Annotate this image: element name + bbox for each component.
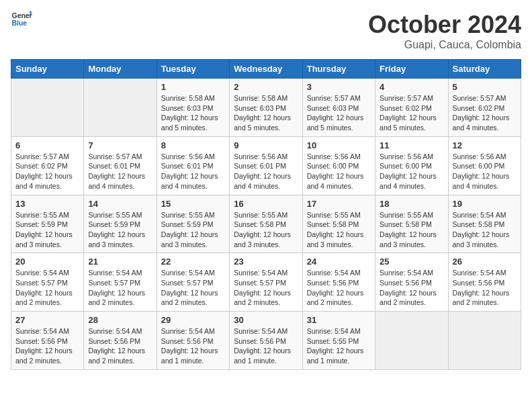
calendar-cell: 13Sunrise: 5:55 AM Sunset: 5:59 PM Dayli… xyxy=(11,195,84,253)
calendar-cell xyxy=(448,312,521,370)
day-info: Sunrise: 5:55 AM Sunset: 5:59 PM Dayligh… xyxy=(161,210,225,250)
day-info: Sunrise: 5:54 AM Sunset: 5:56 PM Dayligh… xyxy=(307,268,371,308)
calendar-cell: 23Sunrise: 5:54 AM Sunset: 5:57 PM Dayli… xyxy=(230,253,302,312)
day-number: 6 xyxy=(15,140,79,150)
day-number: 21 xyxy=(88,257,152,267)
calendar-cell xyxy=(375,312,448,370)
day-number: 2 xyxy=(234,82,298,92)
title-section: October 2024 Guapi, Cauca, Colombia xyxy=(368,11,521,51)
day-header-tuesday: Tuesday xyxy=(157,60,229,79)
logo: General Blue xyxy=(11,11,32,27)
day-number: 24 xyxy=(307,257,371,267)
calendar-cell: 29Sunrise: 5:54 AM Sunset: 5:56 PM Dayli… xyxy=(157,312,229,370)
day-info: Sunrise: 5:54 AM Sunset: 5:56 PM Dayligh… xyxy=(380,268,443,308)
day-number: 28 xyxy=(88,315,152,325)
day-info: Sunrise: 5:55 AM Sunset: 5:58 PM Dayligh… xyxy=(380,210,443,250)
calendar-cell: 26Sunrise: 5:54 AM Sunset: 5:56 PM Dayli… xyxy=(448,253,521,312)
calendar-cell: 17Sunrise: 5:55 AM Sunset: 5:58 PM Dayli… xyxy=(302,195,375,253)
day-number: 1 xyxy=(161,82,225,92)
calendar-cell xyxy=(84,79,157,137)
calendar-cell: 19Sunrise: 5:54 AM Sunset: 5:58 PM Dayli… xyxy=(448,195,521,253)
day-number: 18 xyxy=(380,199,443,209)
calendar-cell: 22Sunrise: 5:54 AM Sunset: 5:57 PM Dayli… xyxy=(157,253,229,312)
week-row-2: 6Sunrise: 5:57 AM Sunset: 6:02 PM Daylig… xyxy=(11,136,521,195)
day-info: Sunrise: 5:57 AM Sunset: 6:01 PM Dayligh… xyxy=(88,152,152,191)
day-header-wednesday: Wednesday xyxy=(230,60,302,79)
day-number: 8 xyxy=(161,140,225,150)
day-header-monday: Monday xyxy=(84,60,157,79)
day-number: 10 xyxy=(307,140,371,150)
day-info: Sunrise: 5:54 AM Sunset: 5:56 PM Dayligh… xyxy=(234,326,298,366)
calendar-cell: 4Sunrise: 5:57 AM Sunset: 6:02 PM Daylig… xyxy=(375,79,448,137)
week-row-4: 20Sunrise: 5:54 AM Sunset: 5:57 PM Dayli… xyxy=(11,253,521,312)
logo-icon: General Blue xyxy=(11,11,32,27)
day-info: Sunrise: 5:56 AM Sunset: 6:01 PM Dayligh… xyxy=(161,152,225,191)
svg-text:General: General xyxy=(12,12,32,19)
day-number: 14 xyxy=(88,199,152,209)
day-info: Sunrise: 5:54 AM Sunset: 5:57 PM Dayligh… xyxy=(234,268,298,308)
day-info: Sunrise: 5:55 AM Sunset: 5:58 PM Dayligh… xyxy=(234,210,298,250)
day-info: Sunrise: 5:58 AM Sunset: 6:03 PM Dayligh… xyxy=(234,93,298,133)
day-number: 23 xyxy=(234,257,298,267)
day-number: 27 xyxy=(15,315,79,325)
day-header-saturday: Saturday xyxy=(448,60,521,79)
day-info: Sunrise: 5:56 AM Sunset: 6:00 PM Dayligh… xyxy=(307,152,371,191)
day-number: 25 xyxy=(380,257,443,267)
day-info: Sunrise: 5:54 AM Sunset: 5:56 PM Dayligh… xyxy=(88,326,152,366)
day-info: Sunrise: 5:56 AM Sunset: 6:00 PM Dayligh… xyxy=(453,152,517,191)
calendar-table: SundayMondayTuesdayWednesdayThursdayFrid… xyxy=(11,59,521,370)
week-row-3: 13Sunrise: 5:55 AM Sunset: 5:59 PM Dayli… xyxy=(11,195,521,253)
calendar-cell: 21Sunrise: 5:54 AM Sunset: 5:57 PM Dayli… xyxy=(84,253,157,312)
day-number: 19 xyxy=(453,199,517,209)
calendar-cell: 5Sunrise: 5:57 AM Sunset: 6:02 PM Daylig… xyxy=(448,79,521,137)
day-info: Sunrise: 5:54 AM Sunset: 5:57 PM Dayligh… xyxy=(161,268,225,308)
day-number: 13 xyxy=(15,199,79,209)
day-info: Sunrise: 5:57 AM Sunset: 6:03 PM Dayligh… xyxy=(307,93,371,133)
day-info: Sunrise: 5:54 AM Sunset: 5:57 PM Dayligh… xyxy=(15,268,79,308)
day-info: Sunrise: 5:54 AM Sunset: 5:56 PM Dayligh… xyxy=(15,326,79,366)
calendar-cell: 9Sunrise: 5:56 AM Sunset: 6:01 PM Daylig… xyxy=(230,136,302,195)
calendar-cell: 25Sunrise: 5:54 AM Sunset: 5:56 PM Dayli… xyxy=(375,253,448,312)
calendar-cell: 28Sunrise: 5:54 AM Sunset: 5:56 PM Dayli… xyxy=(84,312,157,370)
calendar-cell: 14Sunrise: 5:55 AM Sunset: 5:59 PM Dayli… xyxy=(84,195,157,253)
calendar-cell: 31Sunrise: 5:54 AM Sunset: 5:55 PM Dayli… xyxy=(302,312,375,370)
day-number: 7 xyxy=(88,140,152,150)
calendar-cell: 12Sunrise: 5:56 AM Sunset: 6:00 PM Dayli… xyxy=(448,136,521,195)
day-info: Sunrise: 5:57 AM Sunset: 6:02 PM Dayligh… xyxy=(453,93,517,133)
month-title: October 2024 xyxy=(368,11,521,39)
location-subtitle: Guapi, Cauca, Colombia xyxy=(368,39,521,51)
calendar-cell: 27Sunrise: 5:54 AM Sunset: 5:56 PM Dayli… xyxy=(11,312,84,370)
day-number: 20 xyxy=(15,257,79,267)
day-info: Sunrise: 5:54 AM Sunset: 5:56 PM Dayligh… xyxy=(453,268,517,308)
calendar-cell xyxy=(11,79,84,137)
calendar-cell: 2Sunrise: 5:58 AM Sunset: 6:03 PM Daylig… xyxy=(230,79,302,137)
day-info: Sunrise: 5:54 AM Sunset: 5:55 PM Dayligh… xyxy=(307,326,371,366)
calendar-cell: 20Sunrise: 5:54 AM Sunset: 5:57 PM Dayli… xyxy=(11,253,84,312)
day-info: Sunrise: 5:54 AM Sunset: 5:57 PM Dayligh… xyxy=(88,268,152,308)
day-header-sunday: Sunday xyxy=(11,60,84,79)
day-number: 15 xyxy=(161,199,225,209)
day-info: Sunrise: 5:54 AM Sunset: 5:58 PM Dayligh… xyxy=(453,210,517,250)
day-number: 31 xyxy=(307,315,371,325)
day-info: Sunrise: 5:57 AM Sunset: 6:02 PM Dayligh… xyxy=(15,152,79,191)
day-number: 4 xyxy=(380,82,443,92)
day-info: Sunrise: 5:57 AM Sunset: 6:02 PM Dayligh… xyxy=(380,93,443,133)
days-header-row: SundayMondayTuesdayWednesdayThursdayFrid… xyxy=(11,60,521,79)
calendar-cell: 16Sunrise: 5:55 AM Sunset: 5:58 PM Dayli… xyxy=(230,195,302,253)
calendar-cell: 1Sunrise: 5:58 AM Sunset: 6:03 PM Daylig… xyxy=(157,79,229,137)
day-info: Sunrise: 5:58 AM Sunset: 6:03 PM Dayligh… xyxy=(161,93,225,133)
svg-text:Blue: Blue xyxy=(12,19,28,27)
day-number: 30 xyxy=(234,315,298,325)
week-row-1: 1Sunrise: 5:58 AM Sunset: 6:03 PM Daylig… xyxy=(11,79,521,137)
calendar-cell: 11Sunrise: 5:56 AM Sunset: 6:00 PM Dayli… xyxy=(375,136,448,195)
calendar-cell: 7Sunrise: 5:57 AM Sunset: 6:01 PM Daylig… xyxy=(84,136,157,195)
day-number: 17 xyxy=(307,199,371,209)
day-info: Sunrise: 5:55 AM Sunset: 5:59 PM Dayligh… xyxy=(88,210,152,250)
calendar-cell: 6Sunrise: 5:57 AM Sunset: 6:02 PM Daylig… xyxy=(11,136,84,195)
calendar-cell: 24Sunrise: 5:54 AM Sunset: 5:56 PM Dayli… xyxy=(302,253,375,312)
day-number: 12 xyxy=(453,140,517,150)
day-number: 3 xyxy=(307,82,371,92)
day-number: 9 xyxy=(234,140,298,150)
calendar-cell: 3Sunrise: 5:57 AM Sunset: 6:03 PM Daylig… xyxy=(302,79,375,137)
day-info: Sunrise: 5:54 AM Sunset: 5:56 PM Dayligh… xyxy=(161,326,225,366)
